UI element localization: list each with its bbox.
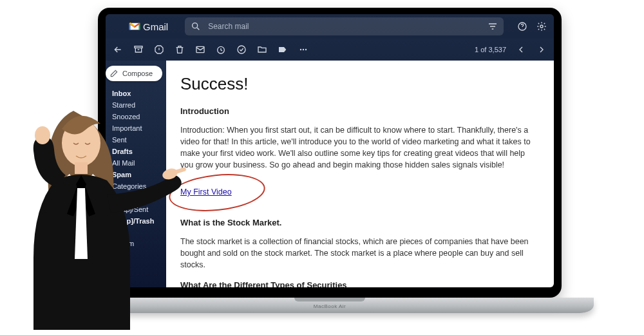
- sidebar-item-snoozed[interactable]: Snoozed: [106, 111, 166, 122]
- svg-rect-4: [135, 46, 142, 48]
- move-to-icon[interactable]: [256, 44, 268, 55]
- report-spam-icon[interactable]: [153, 44, 165, 55]
- sidebar-item-sent[interactable]: Sent: [106, 134, 166, 146]
- sidebar-item-inbox[interactable]: Inbox: [106, 88, 166, 99]
- gmail-screen: Gmail: [106, 14, 554, 287]
- sidebar-item-spam[interactable]: Spam: [106, 169, 166, 180]
- section2-body: The stock market is a collection of fina…: [180, 236, 540, 271]
- main-menu-icon[interactable]: [112, 21, 124, 32]
- back-arrow-icon[interactable]: [112, 44, 124, 55]
- section3-heading: What Are the Different Types of Securiti…: [180, 280, 540, 287]
- more-icon[interactable]: [298, 44, 309, 55]
- compose-label: Compose: [122, 70, 153, 77]
- laptop-frame: Gmail: [90, 8, 569, 311]
- svg-point-3: [540, 25, 543, 28]
- next-message-icon[interactable]: [536, 44, 547, 55]
- archive-icon[interactable]: [133, 44, 144, 55]
- reading-pane: Success! Introduction Introduction: When…: [166, 61, 554, 287]
- laptop-label: MacBook Air: [314, 303, 346, 309]
- sidebar-item-allmail[interactable]: All Mail: [106, 157, 166, 169]
- gmail-body: Compose Inbox Starred Snoozed Important …: [106, 61, 554, 287]
- screen-bezel: Gmail: [98, 8, 562, 298]
- svg-point-2: [522, 28, 523, 29]
- sidebar-item-starred[interactable]: Starred: [106, 99, 166, 111]
- sidebar-new-meeting[interactable]: New m: [106, 238, 166, 249]
- message-toolbar: 1 of 3,537: [106, 39, 554, 61]
- mark-unread-icon[interactable]: [194, 44, 206, 55]
- sidebar-item-important[interactable]: Important: [106, 122, 166, 134]
- my-first-video-link[interactable]: My First Video: [180, 187, 232, 196]
- section2-heading: What is the Stock Market.: [180, 217, 540, 229]
- search-icon: [190, 21, 202, 32]
- svg-point-8: [300, 49, 301, 50]
- labels-icon[interactable]: [277, 44, 289, 55]
- app-name: Gmail: [143, 21, 168, 32]
- sidebar-item-imap-trash[interactable]: [Imap]/Trash: [106, 215, 166, 227]
- email-title: Success!: [180, 72, 540, 97]
- sidebar-item-categories[interactable]: Categories: [106, 180, 166, 192]
- svg-point-13: [35, 126, 50, 144]
- sidebar: Compose Inbox Starred Snoozed Important …: [106, 61, 166, 287]
- gmail-topbar: Gmail: [106, 14, 554, 39]
- snooze-icon[interactable]: [215, 44, 227, 55]
- sidebar-meet-heading: eet: [106, 227, 166, 238]
- svg-point-10: [305, 49, 307, 50]
- gmail-m-icon: [129, 22, 140, 31]
- sidebar-item-drafts[interactable]: Drafts: [106, 146, 166, 157]
- message-counter: 1 of 3,537: [475, 46, 506, 53]
- highlighted-link-row: My First Video: [180, 186, 232, 198]
- gmail-logo[interactable]: Gmail: [129, 21, 168, 32]
- delete-icon[interactable]: [174, 44, 185, 55]
- svg-point-7: [238, 46, 245, 53]
- section1-body: Introduction: When you first start out, …: [180, 124, 540, 171]
- svg-point-0: [193, 23, 198, 28]
- settings-gear-icon[interactable]: [536, 21, 547, 32]
- prev-message-icon[interactable]: [515, 44, 527, 55]
- compose-button[interactable]: Compose: [106, 66, 162, 81]
- topbar-right: [516, 21, 547, 32]
- search-input[interactable]: [207, 21, 482, 32]
- sidebar-item-imap-drafts[interactable]: [Imap]/Drafts: [106, 192, 166, 204]
- section1-heading: Introduction: [180, 106, 540, 118]
- svg-rect-12: [75, 162, 88, 174]
- search-box[interactable]: [185, 17, 504, 35]
- add-to-tasks-icon[interactable]: [236, 44, 247, 55]
- sidebar-item-imap-sent[interactable]: [Imap]/Sent: [106, 204, 166, 215]
- svg-point-9: [303, 49, 304, 50]
- laptop-base: MacBook Air: [66, 298, 594, 313]
- sidebar-list: Inbox Starred Snoozed Important Sent Dra…: [106, 88, 166, 249]
- help-icon[interactable]: [516, 21, 528, 32]
- search-options-icon[interactable]: [487, 21, 498, 32]
